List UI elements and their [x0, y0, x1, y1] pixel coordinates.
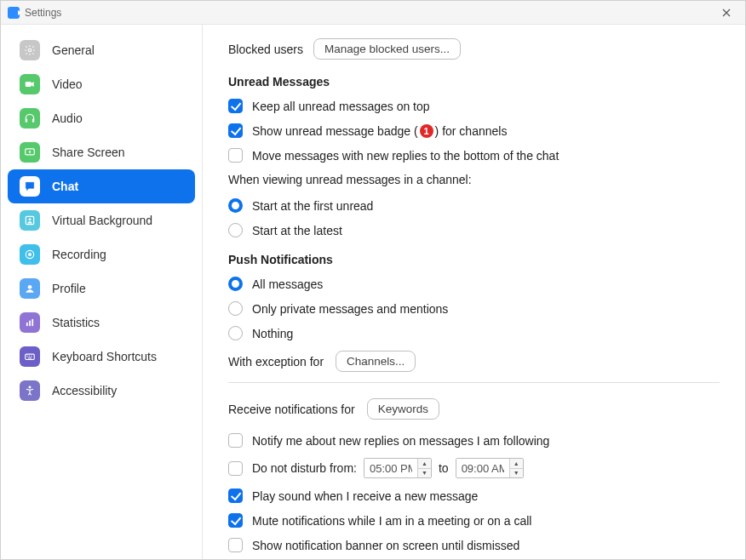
window-title: Settings — [25, 7, 714, 19]
checkbox-checked-icon — [228, 123, 243, 138]
notify-replies-option[interactable]: Notify me about new replies on messages … — [228, 433, 720, 448]
exception-for-label: With exception for — [228, 355, 324, 369]
sidebar-item-video[interactable]: Video — [8, 67, 195, 101]
svg-rect-14 — [27, 356, 28, 357]
checkbox-unchecked-icon — [228, 148, 243, 163]
sidebar-item-label: General — [52, 43, 95, 57]
dnd-option[interactable]: Do not disturb from: ▲ ▼ to ▲ ▼ — [228, 458, 720, 478]
svg-rect-17 — [28, 357, 32, 358]
sidebar-item-statistics[interactable]: Statistics — [8, 306, 195, 340]
close-button[interactable] — [714, 1, 738, 24]
svg-rect-1 — [26, 82, 32, 87]
sidebar-item-label: Statistics — [52, 316, 100, 329]
statistics-icon — [20, 312, 40, 333]
sidebar-item-virtual-background[interactable]: Virtual Background — [8, 203, 195, 237]
receive-notifications-label: Receive notifications for — [228, 403, 355, 416]
svg-point-0 — [28, 49, 32, 52]
start-first-unread-option[interactable]: Start at the first unread — [228, 198, 720, 213]
push-notifications-heading: Push Notifications — [228, 253, 720, 266]
radio-unselected-icon — [228, 223, 243, 237]
close-icon — [722, 9, 731, 17]
accessibility-icon — [20, 380, 40, 401]
sidebar-item-chat[interactable]: Chat — [8, 169, 195, 203]
sidebar-item-accessibility[interactable]: Accessibility — [8, 374, 195, 408]
show-unread-badge-option[interactable]: Show unread message badge ( 1 ) for chan… — [228, 123, 720, 138]
svg-rect-16 — [31, 356, 32, 357]
show-banner-option[interactable]: Show notification banner on screen until… — [228, 538, 720, 552]
svg-point-18 — [29, 386, 32, 388]
svg-point-9 — [28, 285, 32, 289]
recording-icon — [20, 244, 40, 265]
blocked-users-label: Blocked users — [228, 43, 303, 56]
spinner-up-icon[interactable]: ▲ — [418, 459, 431, 469]
option-label: Play sound when I receive a new message — [252, 489, 478, 503]
dnd-to-spinner[interactable]: ▲ ▼ — [456, 458, 524, 478]
keep-unread-on-top-option[interactable]: Keep all unread messages on top — [228, 99, 720, 113]
sidebar-item-audio[interactable]: Audio — [8, 101, 195, 135]
divider — [228, 382, 720, 383]
svg-rect-3 — [32, 119, 34, 123]
svg-rect-2 — [26, 119, 27, 123]
gear-icon — [20, 40, 40, 60]
dnd-from-input[interactable] — [364, 459, 417, 477]
app-icon — [8, 7, 20, 19]
sidebar-item-profile[interactable]: Profile — [8, 271, 195, 306]
checkbox-unchecked-icon — [228, 433, 243, 448]
option-label-post: ) for channels — [435, 124, 508, 138]
chat-icon — [20, 176, 40, 197]
radio-selected-icon — [228, 277, 243, 291]
manage-blocked-users-button[interactable]: Manage blocked users... — [313, 38, 461, 60]
mute-in-meeting-option[interactable]: Mute notifications while I am in a meeti… — [228, 513, 720, 528]
svg-rect-10 — [26, 323, 28, 326]
headphones-icon — [20, 108, 40, 129]
option-label: Show notification banner on screen until… — [252, 539, 519, 552]
option-label: All messages — [252, 277, 323, 291]
sidebar-item-share-screen[interactable]: Share Screen — [8, 135, 195, 169]
option-label: Move messages with new replies to the bo… — [252, 149, 559, 163]
dnd-to-label: to — [439, 461, 449, 475]
checkbox-unchecked-icon — [228, 538, 243, 552]
dnd-from-label: Do not disturb from: — [252, 461, 357, 475]
dnd-from-spinner[interactable]: ▲ ▼ — [364, 458, 432, 478]
sidebar-item-general[interactable]: General — [8, 33, 195, 67]
spinner-down-icon[interactable]: ▼ — [510, 469, 523, 478]
keywords-button[interactable]: Keywords — [367, 398, 439, 420]
svg-rect-15 — [29, 356, 30, 357]
sidebar-item-label: Accessibility — [52, 384, 117, 397]
option-label: Notify me about new replies on messages … — [252, 434, 549, 448]
unread-messages-heading: Unread Messages — [228, 75, 720, 89]
spinner-up-icon[interactable]: ▲ — [510, 459, 523, 469]
play-sound-option[interactable]: Play sound when I receive a new message — [228, 489, 720, 503]
start-latest-option[interactable]: Start at the latest — [228, 223, 720, 237]
checkbox-unchecked-icon — [228, 461, 243, 476]
sidebar-item-label: Chat — [52, 180, 78, 193]
content-pane[interactable]: Blocked users Manage blocked users... Un… — [203, 25, 745, 559]
unread-badge: 1 — [420, 124, 433, 138]
profile-icon — [20, 278, 40, 299]
svg-rect-11 — [29, 321, 31, 326]
option-label: Nothing — [252, 327, 293, 340]
sidebar-item-recording[interactable]: Recording — [8, 237, 195, 271]
move-new-replies-bottom-option[interactable]: Move messages with new replies to the bo… — [228, 148, 720, 163]
sidebar-item-label: Profile — [52, 282, 86, 295]
video-icon — [20, 74, 40, 94]
option-label: Start at the first unread — [252, 199, 373, 213]
sidebar-item-label: Keyboard Shortcuts — [52, 350, 157, 363]
svg-point-8 — [28, 253, 32, 256]
push-private-option[interactable]: Only private messages and mentions — [228, 301, 720, 316]
keyboard-icon — [20, 346, 40, 367]
sidebar-item-label: Video — [52, 77, 83, 91]
sidebar: General Video Audio Share Screen — [1, 25, 203, 559]
push-nothing-option[interactable]: Nothing — [228, 326, 720, 340]
channels-button[interactable]: Channels... — [336, 351, 416, 372]
push-all-option[interactable]: All messages — [228, 277, 720, 291]
option-label: Mute notifications while I am in a meeti… — [252, 514, 531, 528]
sidebar-item-label: Recording — [52, 248, 106, 261]
dnd-to-input[interactable] — [456, 459, 509, 477]
sidebar-item-keyboard-shortcuts[interactable]: Keyboard Shortcuts — [8, 340, 195, 374]
option-label-pre: Show unread message badge ( — [252, 124, 418, 138]
svg-rect-13 — [26, 354, 35, 359]
radio-selected-icon — [228, 198, 243, 213]
spinner-down-icon[interactable]: ▼ — [418, 469, 431, 478]
option-label: Start at the latest — [252, 224, 342, 237]
